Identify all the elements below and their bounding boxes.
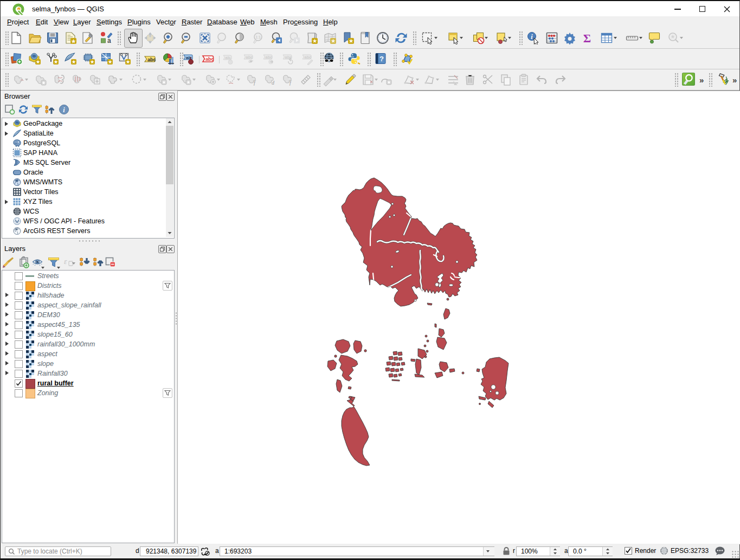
svg-text:abc: abc (246, 55, 253, 60)
svg-text:a: a (107, 37, 111, 44)
svg-text:f: f (289, 80, 292, 86)
svg-text:ab: ab (226, 55, 230, 60)
svg-text:?: ? (379, 55, 384, 63)
svg-text:ε: ε (64, 258, 67, 266)
svg-text:abc: abc (305, 55, 312, 60)
svg-text:d: d (272, 80, 275, 86)
svg-text:abc: abc (147, 57, 156, 62)
svg-text:abc: abc (266, 55, 273, 60)
svg-text:abc: abc (205, 56, 214, 62)
svg-text:f: f (254, 80, 256, 86)
svg-text:ab: ab (186, 55, 191, 60)
svg-text:1:1: 1:1 (255, 35, 261, 39)
svg-text:Σ: Σ (583, 31, 591, 44)
